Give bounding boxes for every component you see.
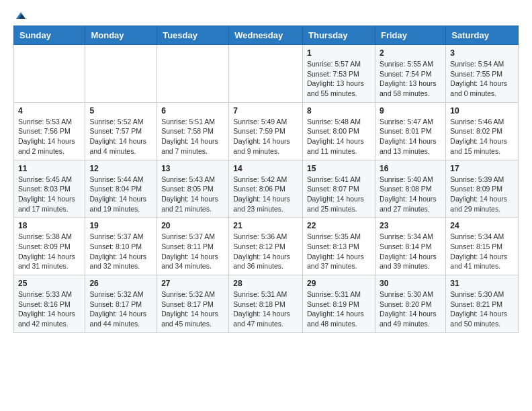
day-info: Sunrise: 5:48 AM Sunset: 8:00 PM Dayligh… bbox=[307, 117, 371, 156]
day-number: 30 bbox=[380, 279, 441, 288]
day-number: 22 bbox=[307, 221, 371, 230]
day-info: Sunrise: 5:31 AM Sunset: 8:19 PM Dayligh… bbox=[307, 289, 371, 329]
weekday-header-monday: Monday bbox=[85, 26, 157, 45]
day-number: 23 bbox=[380, 221, 441, 230]
day-info: Sunrise: 5:52 AM Sunset: 7:57 PM Dayligh… bbox=[89, 117, 152, 156]
day-info: Sunrise: 5:33 AM Sunset: 8:16 PM Dayligh… bbox=[18, 289, 81, 329]
page: SundayMondayTuesdayWednesdayThursdayFrid… bbox=[0, 0, 532, 344]
day-number: 6 bbox=[161, 106, 224, 116]
day-info: Sunrise: 5:51 AM Sunset: 7:58 PM Dayligh… bbox=[161, 117, 224, 156]
calendar-cell bbox=[157, 45, 229, 103]
calendar-cell: 30Sunrise: 5:30 AM Sunset: 8:20 PM Dayli… bbox=[375, 275, 445, 333]
calendar-cell: 19Sunrise: 5:37 AM Sunset: 8:10 PM Dayli… bbox=[85, 218, 157, 275]
day-number: 17 bbox=[450, 164, 514, 173]
calendar-cell bbox=[229, 45, 303, 103]
weekday-header-wednesday: Wednesday bbox=[229, 26, 303, 45]
calendar-cell: 28Sunrise: 5:31 AM Sunset: 8:18 PM Dayli… bbox=[229, 275, 303, 333]
day-number: 10 bbox=[450, 106, 514, 116]
day-number: 18 bbox=[18, 221, 81, 230]
day-number: 19 bbox=[89, 221, 152, 230]
calendar-cell: 1Sunrise: 5:57 AM Sunset: 7:53 PM Daylig… bbox=[303, 45, 375, 103]
day-info: Sunrise: 5:34 AM Sunset: 8:15 PM Dayligh… bbox=[450, 232, 514, 271]
calendar-cell: 27Sunrise: 5:32 AM Sunset: 8:17 PM Dayli… bbox=[157, 275, 229, 333]
day-info: Sunrise: 5:42 AM Sunset: 8:06 PM Dayligh… bbox=[233, 175, 298, 214]
day-number: 20 bbox=[161, 221, 224, 230]
day-info: Sunrise: 5:36 AM Sunset: 8:12 PM Dayligh… bbox=[233, 232, 298, 271]
day-info: Sunrise: 5:37 AM Sunset: 8:10 PM Dayligh… bbox=[89, 232, 152, 271]
weekday-header-saturday: Saturday bbox=[446, 26, 519, 45]
header bbox=[13, 11, 519, 20]
day-info: Sunrise: 5:40 AM Sunset: 8:08 PM Dayligh… bbox=[380, 175, 441, 214]
day-info: Sunrise: 5:54 AM Sunset: 7:55 PM Dayligh… bbox=[450, 59, 514, 99]
day-number: 3 bbox=[450, 48, 514, 58]
day-info: Sunrise: 5:37 AM Sunset: 8:11 PM Dayligh… bbox=[161, 232, 224, 271]
day-info: Sunrise: 5:43 AM Sunset: 8:05 PM Dayligh… bbox=[161, 175, 224, 214]
calendar-week-row: 4Sunrise: 5:53 AM Sunset: 7:56 PM Daylig… bbox=[14, 102, 519, 160]
calendar-week-row: 18Sunrise: 5:38 AM Sunset: 8:09 PM Dayli… bbox=[14, 218, 519, 275]
calendar-cell: 9Sunrise: 5:47 AM Sunset: 8:01 PM Daylig… bbox=[375, 102, 445, 160]
calendar-week-row: 25Sunrise: 5:33 AM Sunset: 8:16 PM Dayli… bbox=[14, 275, 519, 333]
calendar-cell: 20Sunrise: 5:37 AM Sunset: 8:11 PM Dayli… bbox=[157, 218, 229, 275]
day-number: 1 bbox=[307, 48, 371, 58]
calendar-cell: 29Sunrise: 5:31 AM Sunset: 8:19 PM Dayli… bbox=[303, 275, 375, 333]
day-number: 27 bbox=[161, 279, 224, 288]
day-info: Sunrise: 5:38 AM Sunset: 8:09 PM Dayligh… bbox=[18, 232, 81, 271]
day-info: Sunrise: 5:57 AM Sunset: 7:53 PM Dayligh… bbox=[307, 59, 371, 99]
day-number: 29 bbox=[307, 279, 371, 288]
calendar-cell: 24Sunrise: 5:34 AM Sunset: 8:15 PM Dayli… bbox=[446, 218, 519, 275]
logo-icon bbox=[16, 11, 26, 20]
day-info: Sunrise: 5:41 AM Sunset: 8:07 PM Dayligh… bbox=[307, 175, 371, 214]
calendar-table: SundayMondayTuesdayWednesdayThursdayFrid… bbox=[13, 26, 519, 333]
day-info: Sunrise: 5:30 AM Sunset: 8:21 PM Dayligh… bbox=[450, 289, 514, 329]
calendar-cell: 18Sunrise: 5:38 AM Sunset: 8:09 PM Dayli… bbox=[14, 218, 85, 275]
calendar-cell: 4Sunrise: 5:53 AM Sunset: 7:56 PM Daylig… bbox=[14, 102, 85, 160]
day-info: Sunrise: 5:46 AM Sunset: 8:02 PM Dayligh… bbox=[450, 117, 514, 156]
day-info: Sunrise: 5:30 AM Sunset: 8:20 PM Dayligh… bbox=[380, 289, 441, 329]
calendar-cell: 11Sunrise: 5:45 AM Sunset: 8:03 PM Dayli… bbox=[14, 160, 85, 218]
calendar-week-row: 1Sunrise: 5:57 AM Sunset: 7:53 PM Daylig… bbox=[14, 45, 519, 103]
day-number: 11 bbox=[18, 164, 81, 173]
day-number: 4 bbox=[18, 106, 81, 116]
calendar-cell: 25Sunrise: 5:33 AM Sunset: 8:16 PM Dayli… bbox=[14, 275, 85, 333]
calendar-cell bbox=[14, 45, 85, 103]
day-info: Sunrise: 5:32 AM Sunset: 8:17 PM Dayligh… bbox=[89, 289, 152, 329]
calendar-cell: 13Sunrise: 5:43 AM Sunset: 8:05 PM Dayli… bbox=[157, 160, 229, 218]
calendar-cell: 15Sunrise: 5:41 AM Sunset: 8:07 PM Dayli… bbox=[303, 160, 375, 218]
day-info: Sunrise: 5:45 AM Sunset: 8:03 PM Dayligh… bbox=[18, 175, 81, 214]
calendar-cell: 3Sunrise: 5:54 AM Sunset: 7:55 PM Daylig… bbox=[446, 45, 519, 103]
calendar-cell: 14Sunrise: 5:42 AM Sunset: 8:06 PM Dayli… bbox=[229, 160, 303, 218]
day-info: Sunrise: 5:35 AM Sunset: 8:13 PM Dayligh… bbox=[307, 232, 371, 271]
calendar-cell: 8Sunrise: 5:48 AM Sunset: 8:00 PM Daylig… bbox=[303, 102, 375, 160]
logo bbox=[13, 11, 26, 20]
day-info: Sunrise: 5:53 AM Sunset: 7:56 PM Dayligh… bbox=[18, 117, 81, 156]
day-info: Sunrise: 5:47 AM Sunset: 8:01 PM Dayligh… bbox=[380, 117, 441, 156]
day-number: 9 bbox=[380, 106, 441, 116]
calendar-week-row: 11Sunrise: 5:45 AM Sunset: 8:03 PM Dayli… bbox=[14, 160, 519, 218]
day-number: 2 bbox=[380, 48, 441, 58]
calendar-cell: 5Sunrise: 5:52 AM Sunset: 7:57 PM Daylig… bbox=[85, 102, 157, 160]
day-number: 28 bbox=[233, 279, 298, 288]
day-info: Sunrise: 5:44 AM Sunset: 8:04 PM Dayligh… bbox=[89, 175, 152, 214]
calendar-cell: 6Sunrise: 5:51 AM Sunset: 7:58 PM Daylig… bbox=[157, 102, 229, 160]
weekday-header-tuesday: Tuesday bbox=[157, 26, 229, 45]
day-number: 31 bbox=[450, 279, 514, 288]
day-number: 21 bbox=[233, 221, 298, 230]
day-info: Sunrise: 5:32 AM Sunset: 8:17 PM Dayligh… bbox=[161, 289, 224, 329]
day-number: 13 bbox=[161, 164, 224, 173]
weekday-header-friday: Friday bbox=[375, 26, 445, 45]
calendar-cell: 10Sunrise: 5:46 AM Sunset: 8:02 PM Dayli… bbox=[446, 102, 519, 160]
day-number: 14 bbox=[233, 164, 298, 173]
calendar-cell: 7Sunrise: 5:49 AM Sunset: 7:59 PM Daylig… bbox=[229, 102, 303, 160]
day-number: 25 bbox=[18, 279, 81, 288]
day-number: 7 bbox=[233, 106, 298, 116]
calendar-cell: 26Sunrise: 5:32 AM Sunset: 8:17 PM Dayli… bbox=[85, 275, 157, 333]
day-number: 8 bbox=[307, 106, 371, 116]
calendar-cell: 12Sunrise: 5:44 AM Sunset: 8:04 PM Dayli… bbox=[85, 160, 157, 218]
day-number: 15 bbox=[307, 164, 371, 173]
calendar-cell: 17Sunrise: 5:39 AM Sunset: 8:09 PM Dayli… bbox=[446, 160, 519, 218]
day-info: Sunrise: 5:55 AM Sunset: 7:54 PM Dayligh… bbox=[380, 59, 441, 99]
day-number: 16 bbox=[380, 164, 441, 173]
calendar-cell: 21Sunrise: 5:36 AM Sunset: 8:12 PM Dayli… bbox=[229, 218, 303, 275]
calendar-cell: 22Sunrise: 5:35 AM Sunset: 8:13 PM Dayli… bbox=[303, 218, 375, 275]
calendar-cell: 16Sunrise: 5:40 AM Sunset: 8:08 PM Dayli… bbox=[375, 160, 445, 218]
